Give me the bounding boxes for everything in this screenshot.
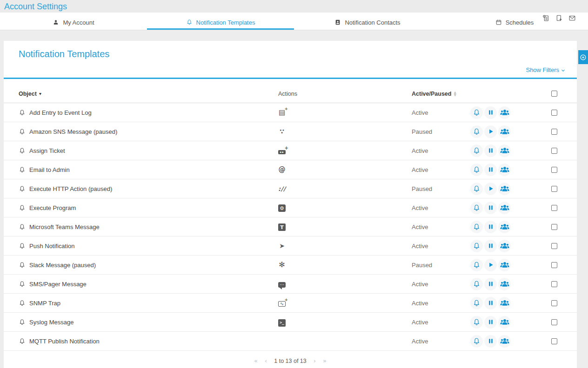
show-filters-link[interactable]: Show Filters: [526, 66, 566, 73]
resume-button[interactable]: [484, 259, 497, 271]
used-by-button[interactable]: [498, 221, 511, 233]
resume-button[interactable]: [484, 183, 497, 195]
tab-notification-contacts[interactable]: Notification Contacts: [294, 13, 441, 30]
table-row: SNMP Trap ∿ Active: [4, 294, 577, 313]
row-object-label[interactable]: MQTT Publish Notification: [29, 338, 100, 345]
envelope-icon[interactable]: [568, 14, 576, 22]
used-by-button[interactable]: [498, 335, 511, 348]
test-notification-button[interactable]: [470, 145, 483, 157]
previous-page-button[interactable]: ‹: [265, 357, 267, 364]
test-notification-button[interactable]: [470, 221, 483, 233]
row-checkbox[interactable]: [551, 300, 557, 306]
table-row: Amazon SNS Message (paused) ∵ Paused: [4, 122, 577, 141]
row-checkbox[interactable]: [551, 319, 557, 325]
row-checkbox[interactable]: [551, 148, 557, 154]
row-checkbox[interactable]: [551, 243, 557, 249]
row-object-label[interactable]: SNMP Trap: [29, 300, 60, 307]
used-by-button[interactable]: [498, 145, 511, 157]
used-by-button[interactable]: [498, 183, 511, 195]
row-object-label[interactable]: Microsoft Teams Message: [29, 223, 100, 230]
bell-icon: [19, 147, 26, 154]
test-notification-button[interactable]: [470, 335, 483, 348]
pause-button[interactable]: [484, 221, 497, 233]
row-object-label[interactable]: Execute HTTP Action (paused): [29, 185, 112, 192]
filters-row: Show Filters: [4, 59, 577, 78]
add-document-icon[interactable]: [555, 14, 563, 22]
row-checkbox[interactable]: [551, 262, 557, 268]
select-all-checkbox[interactable]: [551, 91, 557, 97]
row-object-label[interactable]: Slack Message (paused): [29, 262, 96, 269]
object-cell: Email to Admin: [19, 166, 278, 173]
row-checkbox[interactable]: [551, 110, 557, 116]
used-by-button[interactable]: [498, 125, 511, 138]
row-object-label[interactable]: Add Entry to Event Log: [29, 109, 92, 116]
test-notification-button[interactable]: [470, 278, 483, 290]
row-checkbox[interactable]: [551, 186, 557, 192]
used-by-button[interactable]: [498, 106, 511, 119]
bell-icon: [19, 319, 26, 326]
pause-button[interactable]: [484, 297, 497, 309]
pause-button[interactable]: [484, 106, 497, 119]
last-page-button[interactable]: »: [323, 357, 327, 364]
slack-icon: ✻: [278, 261, 286, 269]
row-checkbox[interactable]: [551, 167, 557, 173]
used-by-button[interactable]: [498, 297, 511, 309]
tab-my-account[interactable]: My Account: [0, 13, 147, 30]
column-header-status[interactable]: Active/Paused ▲▼: [412, 91, 551, 97]
pause-button[interactable]: [484, 316, 497, 329]
used-by-button[interactable]: [498, 278, 511, 290]
users-icon: [500, 184, 509, 193]
users-icon: [500, 203, 509, 212]
pause-button[interactable]: [484, 164, 497, 176]
used-by-button[interactable]: [498, 316, 511, 329]
first-page-button[interactable]: «: [254, 357, 258, 364]
row-checkbox[interactable]: [551, 224, 557, 230]
used-by-button[interactable]: [498, 259, 511, 271]
row-object-label[interactable]: Amazon SNS Message (paused): [29, 128, 117, 135]
test-notification-button[interactable]: [470, 106, 483, 119]
test-notification-button[interactable]: [470, 202, 483, 214]
pause-button[interactable]: [484, 278, 497, 290]
row-checkbox[interactable]: [551, 129, 557, 135]
test-notification-button[interactable]: [470, 297, 483, 309]
test-notification-button[interactable]: [470, 164, 483, 176]
test-notification-button[interactable]: [470, 259, 483, 271]
row-controls: [470, 335, 551, 348]
used-by-button[interactable]: [498, 164, 511, 176]
note-clock-icon[interactable]: [542, 14, 550, 22]
tab-label: Notification Templates: [196, 19, 255, 26]
header-checkbox-cell: [551, 91, 577, 97]
test-notification-button[interactable]: [470, 240, 483, 252]
column-header-object[interactable]: Object ▾: [19, 91, 278, 97]
object-cell: SNMP Trap: [19, 300, 278, 307]
pause-button[interactable]: [484, 335, 497, 348]
row-checkbox[interactable]: [551, 281, 557, 287]
pause-button[interactable]: [484, 145, 497, 157]
row-checkbox[interactable]: [551, 205, 557, 211]
row-controls: [470, 183, 551, 195]
tab-notification-templates[interactable]: Notification Templates: [147, 13, 294, 30]
test-notification-button[interactable]: [470, 125, 483, 138]
pause-button[interactable]: [484, 240, 497, 252]
users-icon: [500, 222, 509, 231]
used-by-button[interactable]: [498, 240, 511, 252]
next-page-button[interactable]: ›: [314, 357, 316, 364]
add-notification-template-button[interactable]: [578, 50, 588, 64]
row-checkbox[interactable]: [551, 338, 557, 344]
row-object-label[interactable]: Push Notification: [29, 243, 75, 250]
resume-button[interactable]: [484, 125, 497, 138]
row-controls: [470, 259, 551, 271]
row-object-label[interactable]: Assign Ticket: [29, 147, 65, 154]
used-by-button[interactable]: [498, 202, 511, 214]
pause-button[interactable]: [484, 202, 497, 214]
row-object-label[interactable]: Email to Admin: [29, 166, 70, 173]
header-corner-icons: [542, 14, 576, 22]
play-icon: [488, 185, 494, 192]
test-notification-button[interactable]: [470, 316, 483, 329]
row-object-label[interactable]: Syslog Message: [29, 319, 74, 326]
status-cell: Active: [412, 108, 470, 117]
test-notification-button[interactable]: [470, 183, 483, 195]
row-object-label[interactable]: Execute Program: [29, 204, 76, 211]
row-object-label[interactable]: SMS/Pager Message: [29, 281, 87, 288]
users-icon: [500, 108, 509, 117]
